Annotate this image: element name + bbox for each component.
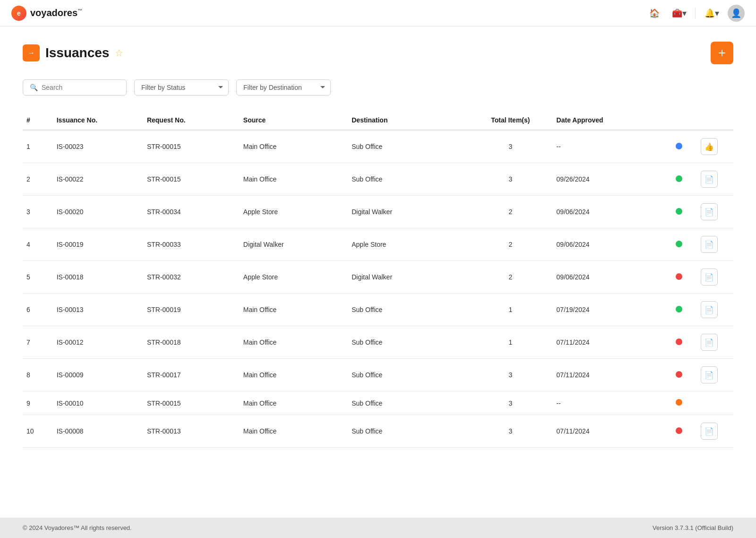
cell-request: STR-00018 — [143, 326, 240, 359]
avatar[interactable]: 👤 — [728, 5, 745, 22]
cell-num: 5 — [23, 261, 53, 294]
cell-issuance: IS-00019 — [53, 228, 143, 261]
action-button[interactable]: 📄 — [701, 301, 718, 318]
notifications-button[interactable]: 🔔▾ — [703, 5, 720, 22]
favorite-star-icon[interactable]: ☆ — [115, 47, 123, 59]
action-button[interactable]: 📄 — [701, 269, 718, 286]
page-title-group: → Issuances ☆ — [23, 44, 123, 61]
cell-action: 📄 — [697, 415, 733, 448]
cell-source: Main Office — [240, 163, 348, 196]
action-button[interactable]: 📄 — [701, 366, 718, 383]
cell-total: 3 — [468, 130, 552, 163]
filter-destination-select[interactable]: Filter by Destination — [236, 79, 331, 95]
footer-copyright: © 2024 Voyadores™ All rights reserved. — [23, 524, 132, 531]
page-title-icon: → — [23, 44, 40, 61]
cell-num: 3 — [23, 196, 53, 228]
col-header-destination: Destination — [348, 111, 468, 130]
status-dot-icon — [676, 338, 682, 345]
cell-destination: Digital Walker — [348, 196, 468, 228]
issuances-table: # Issuance No. Request No. Source Destin… — [23, 111, 733, 448]
navbar: e voyadores™ 🏠 🧰▾ 🔔▾ 👤 — [0, 0, 756, 26]
cell-total: 3 — [468, 163, 552, 196]
col-header-total: Total Item(s) — [468, 111, 552, 130]
page-title: Issuances — [45, 45, 109, 61]
cell-request: STR-00015 — [143, 163, 240, 196]
cell-status — [661, 359, 697, 391]
action-button[interactable]: 📄 — [701, 423, 718, 440]
table-row: 3 IS-00020 STR-00034 Apple Store Digital… — [23, 196, 733, 228]
table-header: # Issuance No. Request No. Source Destin… — [23, 111, 733, 130]
cell-num: 9 — [23, 391, 53, 415]
table-row: 8 IS-00009 STR-00017 Main Office Sub Off… — [23, 359, 733, 391]
cell-total: 3 — [468, 391, 552, 415]
add-button[interactable]: + — [711, 42, 733, 64]
cell-request: STR-00017 — [143, 359, 240, 391]
action-button[interactable]: 📄 — [701, 171, 718, 188]
cell-status — [661, 261, 697, 294]
table-row: 4 IS-00019 STR-00033 Digital Walker Appl… — [23, 228, 733, 261]
cell-status — [661, 326, 697, 359]
cell-source: Digital Walker — [240, 228, 348, 261]
cell-issuance: IS-00010 — [53, 391, 143, 415]
home-button[interactable]: 🏠 — [646, 5, 663, 22]
action-button[interactable]: 👍 — [701, 138, 718, 155]
cell-date: 07/11/2024 — [553, 326, 661, 359]
filter-status-select[interactable]: Filter by Status — [134, 79, 229, 95]
cell-destination: Sub Office — [348, 326, 468, 359]
table-row: 2 IS-00022 STR-00015 Main Office Sub Off… — [23, 163, 733, 196]
cell-total: 2 — [468, 228, 552, 261]
app-name: voyadores™ — [30, 8, 82, 18]
cell-issuance: IS-00009 — [53, 359, 143, 391]
cell-total: 1 — [468, 294, 552, 326]
cell-issuance: IS-00022 — [53, 163, 143, 196]
cell-destination: Sub Office — [348, 294, 468, 326]
cell-request: STR-00015 — [143, 130, 240, 163]
cell-date: 07/19/2024 — [553, 294, 661, 326]
col-header-source: Source — [240, 111, 348, 130]
cell-destination: Sub Office — [348, 130, 468, 163]
status-dot-icon — [676, 427, 682, 434]
col-header-date: Date Approved — [553, 111, 661, 130]
cell-total: 2 — [468, 196, 552, 228]
cell-date: 09/06/2024 — [553, 196, 661, 228]
cell-action: 📄 — [697, 196, 733, 228]
search-icon: 🔍 — [30, 84, 38, 91]
table-row: 9 IS-00010 STR-00015 Main Office Sub Off… — [23, 391, 733, 415]
cell-num: 7 — [23, 326, 53, 359]
action-button[interactable]: 📄 — [701, 334, 718, 351]
cell-date: 09/26/2024 — [553, 163, 661, 196]
cell-source: Apple Store — [240, 261, 348, 294]
col-header-num: # — [23, 111, 53, 130]
status-dot-icon — [676, 273, 682, 280]
cell-num: 6 — [23, 294, 53, 326]
cell-num: 8 — [23, 359, 53, 391]
cell-destination: Digital Walker — [348, 261, 468, 294]
action-button[interactable]: 📄 — [701, 203, 718, 220]
cell-request: STR-00034 — [143, 196, 240, 228]
cell-status — [661, 196, 697, 228]
tools-button[interactable]: 🧰▾ — [670, 5, 687, 22]
cell-request: STR-00033 — [143, 228, 240, 261]
cell-source: Main Office — [240, 326, 348, 359]
cell-total: 3 — [468, 359, 552, 391]
col-header-status — [661, 111, 697, 130]
action-button[interactable]: 📄 — [701, 236, 718, 253]
table-row: 10 IS-00008 STR-00013 Main Office Sub Of… — [23, 415, 733, 448]
cell-action — [697, 391, 733, 415]
cell-action: 📄 — [697, 228, 733, 261]
cell-status — [661, 130, 697, 163]
cell-date: 07/11/2024 — [553, 415, 661, 448]
status-dot-icon — [676, 306, 682, 312]
status-dot-icon — [676, 241, 682, 247]
cell-status — [661, 163, 697, 196]
cell-action: 👍 — [697, 130, 733, 163]
cell-issuance: IS-00018 — [53, 261, 143, 294]
cell-action: 📄 — [697, 359, 733, 391]
cell-destination: Sub Office — [348, 415, 468, 448]
status-dot-icon — [676, 208, 682, 215]
table-row: 1 IS-00023 STR-00015 Main Office Sub Off… — [23, 130, 733, 163]
footer: © 2024 Voyadores™ All rights reserved. V… — [0, 518, 756, 538]
cell-request: STR-00019 — [143, 294, 240, 326]
cell-total: 1 — [468, 326, 552, 359]
search-input[interactable] — [42, 84, 120, 91]
